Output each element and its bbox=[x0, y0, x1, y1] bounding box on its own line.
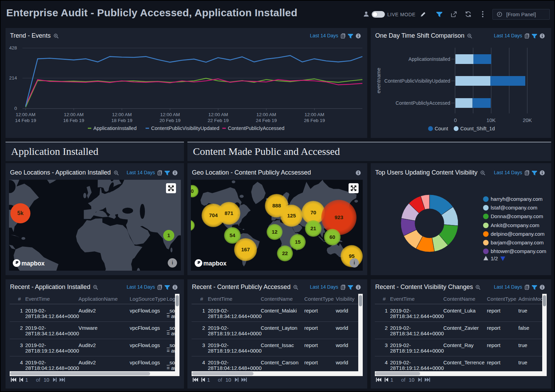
svg-text:ContentPubliclyAccessed: ContentPubliclyAccessed bbox=[228, 125, 285, 131]
svg-text:ContentPublicVisibilityUpdated: ContentPublicVisibilityUpdated bbox=[151, 125, 219, 131]
svg-text:20K: 20K bbox=[523, 117, 532, 123]
svg-text:16 Feb 19: 16 Feb 19 bbox=[63, 118, 84, 123]
svg-text:12:00 AM: 12:00 AM bbox=[257, 112, 276, 117]
svg-text:22 Feb 19: 22 Feb 19 bbox=[208, 118, 229, 123]
svg-text:214: 214 bbox=[9, 75, 17, 81]
svg-text:ApplicationInstalled: ApplicationInstalled bbox=[93, 125, 137, 131]
svg-text:428: 428 bbox=[9, 45, 17, 50]
svg-text:Count: Count bbox=[435, 126, 448, 131]
svg-text:eventname: eventname bbox=[376, 68, 381, 93]
svg-text:12:00 AM: 12:00 AM bbox=[160, 112, 180, 117]
svg-text:10K: 10K bbox=[487, 117, 496, 123]
svg-text:12:00 AM: 12:00 AM bbox=[16, 112, 35, 117]
svg-text:ContentPublicVisibilityUpdated: ContentPublicVisibilityUpdated bbox=[385, 78, 450, 84]
svg-text:mapbox: mapbox bbox=[21, 260, 45, 267]
svg-text:24 Feb 19: 24 Feb 19 bbox=[256, 118, 277, 123]
svg-text:0: 0 bbox=[454, 117, 457, 123]
svg-text:18 Feb 19: 18 Feb 19 bbox=[111, 118, 132, 123]
svg-text:0: 0 bbox=[14, 106, 17, 111]
svg-text:12:00 AM: 12:00 AM bbox=[305, 112, 324, 117]
svg-text:20 Feb 19: 20 Feb 19 bbox=[159, 118, 181, 123]
svg-text:12:00 AM: 12:00 AM bbox=[208, 112, 228, 117]
svg-text:mapbox: mapbox bbox=[203, 260, 226, 267]
svg-text:ApplicationInstalled: ApplicationInstalled bbox=[408, 56, 450, 62]
svg-text:12:00 AM: 12:00 AM bbox=[64, 112, 84, 117]
svg-text:14 Feb 19: 14 Feb 19 bbox=[15, 118, 36, 123]
svg-text:26 Feb 19: 26 Feb 19 bbox=[304, 118, 325, 123]
svg-text:ContentPubliclyAccessed: ContentPubliclyAccessed bbox=[396, 100, 450, 106]
svg-text:Count_Shift_1d: Count_Shift_1d bbox=[460, 126, 495, 131]
svg-text:12:00 AM: 12:00 AM bbox=[112, 112, 132, 117]
